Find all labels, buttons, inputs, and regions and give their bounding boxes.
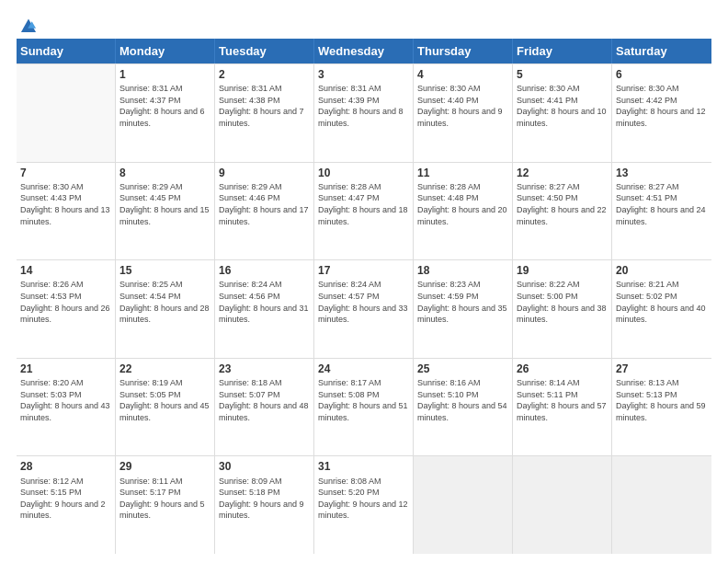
cal-cell-r1-c4: 11Sunrise: 8:28 AM Sunset: 4:48 PM Dayli… xyxy=(414,163,513,260)
cell-info: Sunrise: 8:30 AM Sunset: 4:41 PM Dayligh… xyxy=(517,83,608,129)
cell-info: Sunrise: 8:17 AM Sunset: 5:08 PM Dayligh… xyxy=(318,377,409,423)
cal-cell-r4-c4 xyxy=(414,456,513,554)
day-number: 4 xyxy=(417,67,508,82)
cal-cell-r2-c6: 20Sunrise: 8:21 AM Sunset: 5:02 PM Dayli… xyxy=(612,260,711,358)
day-number: 11 xyxy=(417,166,508,180)
cal-cell-r4-c1: 29Sunrise: 8:11 AM Sunset: 5:17 PM Dayli… xyxy=(116,456,215,554)
cell-info: Sunrise: 8:27 AM Sunset: 4:50 PM Dayligh… xyxy=(517,181,608,227)
day-number: 17 xyxy=(318,263,409,278)
weekday-header-thursday: Thursday xyxy=(414,39,513,63)
logo xyxy=(17,17,39,29)
day-number: 10 xyxy=(318,166,409,180)
cal-cell-r1-c6: 13Sunrise: 8:27 AM Sunset: 4:51 PM Dayli… xyxy=(612,163,711,260)
cell-info: Sunrise: 8:27 AM Sunset: 4:51 PM Dayligh… xyxy=(616,181,708,227)
day-number: 5 xyxy=(517,67,608,82)
cell-info: Sunrise: 8:11 AM Sunset: 5:17 PM Dayligh… xyxy=(119,476,210,522)
cal-cell-r3-c6: 27Sunrise: 8:13 AM Sunset: 5:13 PM Dayli… xyxy=(612,359,711,456)
cell-info: Sunrise: 8:13 AM Sunset: 5:13 PM Dayligh… xyxy=(616,377,708,423)
calendar-row-3: 21Sunrise: 8:20 AM Sunset: 5:03 PM Dayli… xyxy=(17,359,711,457)
cal-cell-r3-c1: 22Sunrise: 8:19 AM Sunset: 5:05 PM Dayli… xyxy=(116,359,215,456)
cal-cell-r2-c2: 16Sunrise: 8:24 AM Sunset: 4:56 PM Dayli… xyxy=(215,260,314,358)
day-number: 31 xyxy=(318,459,409,474)
cell-info: Sunrise: 8:16 AM Sunset: 5:10 PM Dayligh… xyxy=(417,377,508,423)
day-number: 16 xyxy=(219,263,310,278)
cal-cell-r2-c4: 18Sunrise: 8:23 AM Sunset: 4:59 PM Dayli… xyxy=(414,260,513,358)
cal-cell-r1-c0: 7Sunrise: 8:30 AM Sunset: 4:43 PM Daylig… xyxy=(17,163,116,260)
calendar-row-0: 1Sunrise: 8:31 AM Sunset: 4:37 PM Daylig… xyxy=(17,64,711,163)
day-number: 29 xyxy=(119,459,210,474)
calendar: SundayMondayTuesdayWednesdayThursdayFrid… xyxy=(17,39,711,554)
calendar-header: SundayMondayTuesdayWednesdayThursdayFrid… xyxy=(17,39,711,63)
day-number: 1 xyxy=(119,67,210,82)
cell-info: Sunrise: 8:31 AM Sunset: 4:39 PM Dayligh… xyxy=(318,83,409,129)
cal-cell-r0-c1: 1Sunrise: 8:31 AM Sunset: 4:37 PM Daylig… xyxy=(116,64,215,162)
page: SundayMondayTuesdayWednesdayThursdayFrid… xyxy=(0,0,728,563)
cell-info: Sunrise: 8:21 AM Sunset: 5:02 PM Dayligh… xyxy=(616,279,708,325)
cal-cell-r4-c3: 31Sunrise: 8:08 AM Sunset: 5:20 PM Dayli… xyxy=(314,456,414,554)
cal-cell-r0-c3: 3Sunrise: 8:31 AM Sunset: 4:39 PM Daylig… xyxy=(314,64,414,162)
cal-cell-r3-c3: 24Sunrise: 8:17 AM Sunset: 5:08 PM Dayli… xyxy=(314,359,414,456)
day-number: 18 xyxy=(417,263,508,278)
cal-cell-r4-c0: 28Sunrise: 8:12 AM Sunset: 5:15 PM Dayli… xyxy=(17,456,116,554)
day-number: 8 xyxy=(119,166,210,180)
day-number: 22 xyxy=(119,362,210,376)
cell-info: Sunrise: 8:09 AM Sunset: 5:18 PM Dayligh… xyxy=(219,476,310,522)
cell-info: Sunrise: 8:31 AM Sunset: 4:38 PM Dayligh… xyxy=(219,83,310,129)
cal-cell-r3-c5: 26Sunrise: 8:14 AM Sunset: 5:11 PM Dayli… xyxy=(513,359,612,456)
cell-info: Sunrise: 8:24 AM Sunset: 4:56 PM Dayligh… xyxy=(219,279,310,325)
cal-cell-r1-c2: 9Sunrise: 8:29 AM Sunset: 4:46 PM Daylig… xyxy=(215,163,314,260)
cell-info: Sunrise: 8:20 AM Sunset: 5:03 PM Dayligh… xyxy=(20,377,111,423)
cal-cell-r1-c5: 12Sunrise: 8:27 AM Sunset: 4:50 PM Dayli… xyxy=(513,163,612,260)
cell-info: Sunrise: 8:29 AM Sunset: 4:45 PM Dayligh… xyxy=(119,181,210,227)
cal-cell-r2-c5: 19Sunrise: 8:22 AM Sunset: 5:00 PM Dayli… xyxy=(513,260,612,358)
cell-info: Sunrise: 8:30 AM Sunset: 4:40 PM Dayligh… xyxy=(417,83,508,129)
day-number: 13 xyxy=(616,166,708,180)
cell-info: Sunrise: 8:14 AM Sunset: 5:11 PM Dayligh… xyxy=(517,377,608,423)
cell-info: Sunrise: 8:08 AM Sunset: 5:20 PM Dayligh… xyxy=(318,476,409,522)
day-number: 21 xyxy=(20,362,111,376)
cal-cell-r1-c3: 10Sunrise: 8:28 AM Sunset: 4:47 PM Dayli… xyxy=(314,163,414,260)
day-number: 7 xyxy=(20,166,111,180)
cell-info: Sunrise: 8:28 AM Sunset: 4:47 PM Dayligh… xyxy=(318,181,409,227)
cal-cell-r4-c2: 30Sunrise: 8:09 AM Sunset: 5:18 PM Dayli… xyxy=(215,456,314,554)
weekday-header-monday: Monday xyxy=(116,39,215,63)
day-number: 9 xyxy=(219,166,310,180)
cell-info: Sunrise: 8:30 AM Sunset: 4:42 PM Dayligh… xyxy=(616,83,708,129)
calendar-row-4: 28Sunrise: 8:12 AM Sunset: 5:15 PM Dayli… xyxy=(17,456,711,554)
cell-info: Sunrise: 8:23 AM Sunset: 4:59 PM Dayligh… xyxy=(417,279,508,325)
day-number: 6 xyxy=(616,67,708,82)
day-number: 19 xyxy=(517,263,608,278)
calendar-body: 1Sunrise: 8:31 AM Sunset: 4:37 PM Daylig… xyxy=(17,63,711,554)
cal-cell-r2-c3: 17Sunrise: 8:24 AM Sunset: 4:57 PM Dayli… xyxy=(314,260,414,358)
cal-cell-r2-c0: 14Sunrise: 8:26 AM Sunset: 4:53 PM Dayli… xyxy=(17,260,116,358)
day-number: 12 xyxy=(517,166,608,180)
cal-cell-r3-c2: 23Sunrise: 8:18 AM Sunset: 5:07 PM Dayli… xyxy=(215,359,314,456)
cal-cell-r0-c5: 5Sunrise: 8:30 AM Sunset: 4:41 PM Daylig… xyxy=(513,64,612,162)
cell-info: Sunrise: 8:28 AM Sunset: 4:48 PM Dayligh… xyxy=(417,181,508,227)
weekday-header-tuesday: Tuesday xyxy=(215,39,314,63)
day-number: 30 xyxy=(219,459,310,474)
cell-info: Sunrise: 8:19 AM Sunset: 5:05 PM Dayligh… xyxy=(119,377,210,423)
header xyxy=(17,17,711,29)
cal-cell-r0-c2: 2Sunrise: 8:31 AM Sunset: 4:38 PM Daylig… xyxy=(215,64,314,162)
cell-info: Sunrise: 8:12 AM Sunset: 5:15 PM Dayligh… xyxy=(20,476,111,522)
weekday-header-saturday: Saturday xyxy=(612,39,711,63)
cal-cell-r1-c1: 8Sunrise: 8:29 AM Sunset: 4:45 PM Daylig… xyxy=(116,163,215,260)
day-number: 23 xyxy=(219,362,310,376)
day-number: 27 xyxy=(616,362,708,376)
cell-info: Sunrise: 8:25 AM Sunset: 4:54 PM Dayligh… xyxy=(119,279,210,325)
weekday-header-friday: Friday xyxy=(513,39,612,63)
cell-info: Sunrise: 8:26 AM Sunset: 4:53 PM Dayligh… xyxy=(20,279,111,325)
calendar-row-1: 7Sunrise: 8:30 AM Sunset: 4:43 PM Daylig… xyxy=(17,163,711,261)
cal-cell-r0-c6: 6Sunrise: 8:30 AM Sunset: 4:42 PM Daylig… xyxy=(612,64,711,162)
cal-cell-r2-c1: 15Sunrise: 8:25 AM Sunset: 4:54 PM Dayli… xyxy=(116,260,215,358)
day-number: 25 xyxy=(417,362,508,376)
day-number: 26 xyxy=(517,362,608,376)
day-number: 2 xyxy=(219,67,310,82)
day-number: 3 xyxy=(318,67,409,82)
cal-cell-r4-c6 xyxy=(612,456,711,554)
cell-info: Sunrise: 8:24 AM Sunset: 4:57 PM Dayligh… xyxy=(318,279,409,325)
day-number: 28 xyxy=(20,459,111,474)
calendar-row-2: 14Sunrise: 8:26 AM Sunset: 4:53 PM Dayli… xyxy=(17,260,711,359)
day-number: 24 xyxy=(318,362,409,376)
